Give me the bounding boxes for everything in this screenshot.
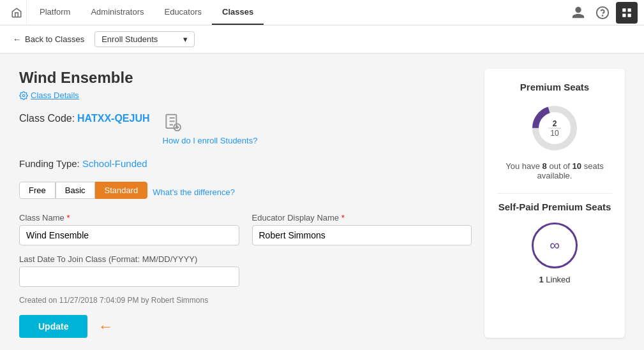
divider <box>497 193 612 194</box>
main-content: Wind Ensemble Class Details Class Code: … <box>0 54 644 350</box>
last-date-label: Last Date To Join Class (Format: MM/DD/Y… <box>19 254 239 264</box>
class-code-block: Class Code: HATXX-QEJUH <box>19 113 150 124</box>
last-date-group: Last Date To Join Class (Format: MM/DD/Y… <box>19 254 239 287</box>
home-icon[interactable] <box>6 0 27 26</box>
sub-nav: ← Back to Classes Enroll Students ▾ <box>0 26 644 54</box>
update-button[interactable]: Update <box>19 315 87 338</box>
nav-icons <box>567 2 638 24</box>
class-details-link[interactable]: Class Details <box>19 91 472 100</box>
back-arrow-icon: ← <box>13 34 21 44</box>
enroll-question-link[interactable]: How do I enroll Students? <box>163 136 258 145</box>
nav-tab-classes[interactable]: Classes <box>212 0 264 25</box>
created-text: Created on 11/27/2018 7:04:09 PM by Robe… <box>19 296 239 305</box>
tier-standard-button[interactable]: Standard <box>95 182 148 199</box>
educator-name-label: Educator Display Name * <box>252 213 472 222</box>
premium-seats-title: Premium Seats <box>497 82 612 92</box>
svg-text:10: 10 <box>550 129 559 138</box>
svg-point-2 <box>22 94 25 97</box>
left-panel: Wind Ensemble Class Details Class Code: … <box>19 69 472 338</box>
enroll-students-dropdown[interactable]: Enroll Students ▾ <box>94 31 195 47</box>
svg-point-1 <box>603 15 603 16</box>
class-name-required: * <box>66 213 70 222</box>
donut-chart: 2 10 <box>497 103 612 154</box>
premium-seats-available-text: You have 8 out of 10 seats available. <box>497 161 612 180</box>
nav-tabs: Platform Administrators Educators Classe… <box>29 0 567 25</box>
nav-tab-educators[interactable]: Educators <box>154 0 212 25</box>
right-panel: Premium Seats 2 10 You have 8 out of 10 … <box>484 69 625 338</box>
tier-free-button[interactable]: Free <box>19 182 56 199</box>
help-icon-button[interactable] <box>592 2 613 24</box>
form-section: Class Name * Last Date To Join Class (Fo… <box>19 213 472 338</box>
form-col-right: Educator Display Name * <box>252 213 472 338</box>
class-name-group: Class Name * <box>19 213 239 245</box>
educator-name-group: Educator Display Name * <box>252 213 472 245</box>
update-row: Update ← <box>19 315 239 338</box>
account-icon-button[interactable] <box>567 2 589 24</box>
educator-name-required: * <box>341 213 345 222</box>
class-code-row: Class Code: HATXX-QEJUH How do I enroll … <box>19 113 472 145</box>
tier-buttons: Free Basic Standard <box>19 182 147 199</box>
arrow-indicator: ← <box>98 317 113 335</box>
nav-tab-administrators[interactable]: Administrators <box>80 0 154 25</box>
educator-name-input[interactable] <box>252 225 472 245</box>
grid-icon-button[interactable] <box>616 2 638 24</box>
linked-text: 1 Linked <box>497 275 612 284</box>
nav-tab-platform[interactable]: Platform <box>29 0 80 25</box>
svg-text:2: 2 <box>553 119 557 128</box>
infinity-icon: ∞ <box>532 222 578 268</box>
whats-difference-link[interactable]: What's the difference? <box>153 187 235 197</box>
back-to-classes-link[interactable]: ← Back to Classes <box>13 34 84 44</box>
class-name-label: Class Name * <box>19 213 239 222</box>
chevron-down-icon: ▾ <box>183 34 188 44</box>
last-date-input[interactable] <box>19 266 239 287</box>
class-name-heading: Wind Ensemble <box>19 69 472 87</box>
funding-row: Funding Type: School-Funded <box>19 158 472 169</box>
tier-basic-button[interactable]: Basic <box>56 182 95 199</box>
gear-icon <box>19 91 28 100</box>
top-nav: Platform Administrators Educators Classe… <box>0 0 644 26</box>
tier-row: Free Basic Standard What's the differenc… <box>19 182 472 203</box>
form-col-left: Class Name * Last Date To Join Class (Fo… <box>19 213 239 338</box>
self-paid-title: Self-Paid Premium Seats <box>497 201 612 212</box>
enroll-doc-icon <box>163 113 183 133</box>
enroll-icon-block: How do I enroll Students? <box>163 113 258 145</box>
class-name-input[interactable] <box>19 225 239 245</box>
